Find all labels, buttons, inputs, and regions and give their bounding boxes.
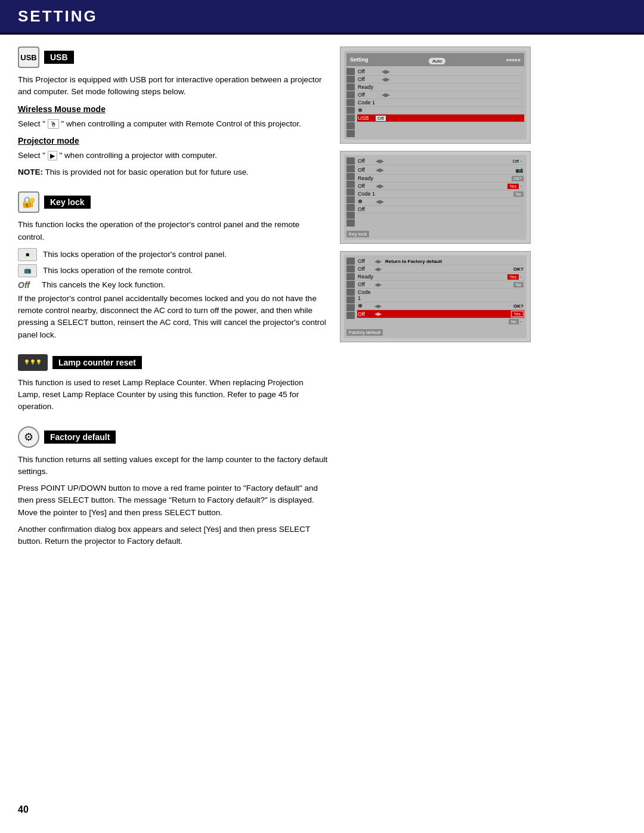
factory-default-text2: Press POINT UP/DOWN button to move a red…: [18, 482, 328, 519]
usb-note: NOTE: This is provided not for basic ope…: [18, 166, 328, 178]
usb-intro: This Projector is equipped with USB port…: [18, 74, 328, 98]
key-lock-section-heading: 🔐 Key lock: [18, 191, 328, 213]
key-lock-item-2-text: This locks operation of the remote contr…: [43, 266, 193, 275]
off-icon: Off: [18, 280, 36, 290]
lamp-counter-text: This function is used to reset Lamp Repl…: [18, 377, 328, 413]
page-number: 40: [18, 804, 29, 815]
remote-control-icon: 📺: [18, 264, 37, 277]
wireless-mouse-title: Wireless Mouse mode: [18, 103, 328, 116]
key-lock-icon: 🔐: [18, 191, 39, 213]
lamp-counter-label: Lamp counter reset: [52, 356, 142, 369]
control-panel-icon: ■: [18, 248, 37, 261]
factory-default-section-heading: ⚙ Factory default: [18, 426, 328, 448]
factory-default-text1: This function returns all setting values…: [18, 454, 328, 478]
key-lock-intro: This function locks the operation of the…: [18, 219, 328, 243]
key-lock-label: Key lock: [44, 196, 91, 209]
lamp-counter-section-heading: 💡💡💡 Lamp counter reset: [18, 354, 328, 371]
page-header: SETTING: [0, 0, 644, 33]
key-lock-item-3-text: This cancels the Key lock function.: [42, 280, 165, 289]
page-title: SETTING: [18, 7, 626, 26]
key-lock-screenshot-label: Key lock: [346, 231, 369, 237]
usb-icon: USB: [18, 47, 39, 68]
projector-mode-title: Projector mode: [18, 135, 328, 147]
usb-label: USB: [44, 51, 74, 64]
factory-default-label: Factory default: [44, 431, 116, 444]
key-lock-screenshot: Off ◀▶ Off ← Off ◀▶ 📷 Ready OK?: [340, 151, 531, 244]
key-lock-warning: If the projector's control panel acciden…: [18, 293, 328, 341]
key-lock-item-2: 📺 This locks operation of the remote con…: [18, 264, 328, 277]
wireless-mouse-text: Select " 🖱 " when controlling a computer…: [18, 118, 328, 130]
key-lock-item-1-text: This locks operation of the projector's …: [43, 250, 227, 259]
right-column: Setting Auto ■■■■■: [340, 47, 531, 552]
left-column: USB USB This Projector is equipped with …: [18, 47, 328, 552]
factory-default-text3: Another confirmation dialog box appears …: [18, 524, 328, 548]
projector-mode-text: Select " ▶ " when controlling a projecto…: [18, 150, 328, 162]
key-lock-item-1: ■ This locks operation of the projector'…: [18, 248, 328, 261]
key-lock-item-3: Off This cancels the Key lock function.: [18, 280, 328, 290]
factory-default-icon: ⚙: [18, 426, 39, 448]
factory-default-screenshot-label: Factory default: [346, 329, 383, 336]
lamp-counter-icon: 💡💡💡: [18, 354, 48, 371]
usb-section-heading: USB USB: [18, 47, 328, 68]
usb-screenshot: Setting Auto ■■■■■: [340, 47, 531, 144]
factory-default-screenshot: Off ◀▶ Return to Factory default Off ◀▶ …: [340, 251, 531, 342]
